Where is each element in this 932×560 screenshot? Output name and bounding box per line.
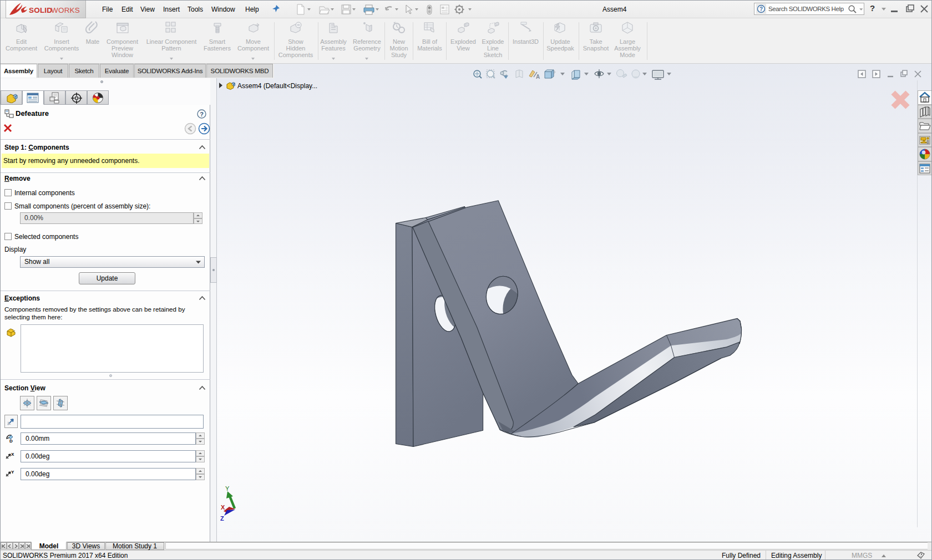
svg-text:?: ? (200, 111, 204, 118)
svg-text:X: X (11, 452, 14, 457)
svg-text:?: ? (759, 6, 763, 12)
svg-text:Y: Y (11, 470, 14, 475)
svg-text:SOLID: SOLID (29, 6, 52, 14)
svg-text:WORKS: WORKS (51, 6, 80, 14)
svg-text:Z: Z (220, 515, 224, 522)
svg-text:X: X (221, 504, 225, 511)
svg-text:Y: Y (225, 485, 230, 492)
svg-text:D: D (9, 439, 13, 444)
svg-text:A: A (536, 74, 540, 80)
